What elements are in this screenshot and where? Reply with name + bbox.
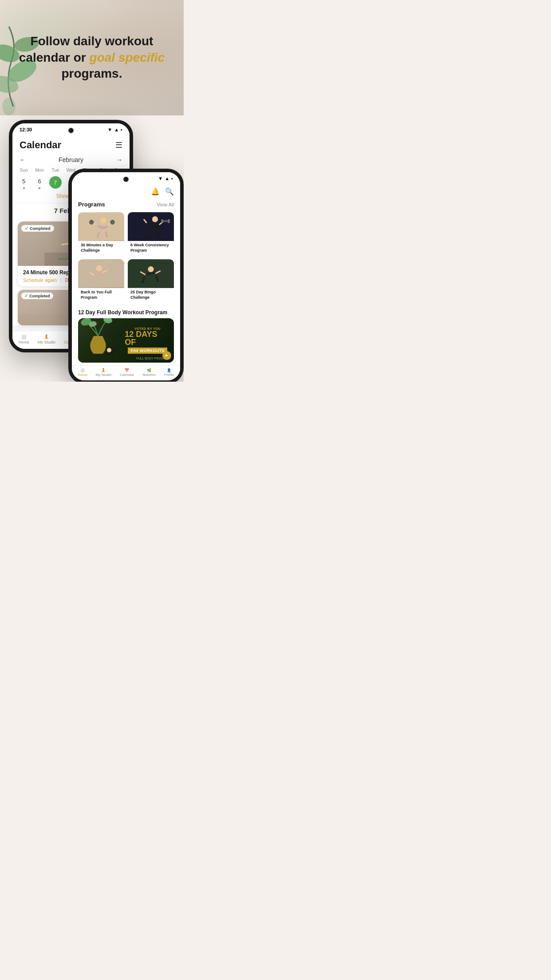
svg-rect-17	[112, 220, 114, 221]
nav-home-label: Home	[19, 340, 29, 344]
svg-point-19	[152, 216, 158, 222]
day-tue: Tue	[47, 167, 63, 174]
svg-rect-15	[91, 220, 92, 221]
signal-icon: ▼	[107, 127, 112, 132]
date-6[interactable]: 6	[31, 176, 47, 189]
hero-line2: calendar or	[19, 51, 90, 64]
phone1-camera	[68, 128, 74, 133]
program-label-6week: 6 Week Consistency Program	[128, 241, 174, 256]
check-icon-2: ✓	[24, 293, 28, 298]
program-figure-bingo	[128, 259, 174, 288]
nutrition-icon-2: 🌿	[147, 368, 151, 372]
current-month: February	[59, 156, 83, 163]
bell-icon[interactable]: 🔔	[151, 187, 160, 196]
nav-studio-label: My Studio	[38, 340, 55, 344]
svg-point-0	[2, 98, 16, 115]
hero-title: Follow daily workout calendar or goal sp…	[6, 24, 178, 91]
program-card-30min[interactable]: 30 Minutes a Day Challenge	[78, 212, 124, 256]
date-5[interactable]: 5	[16, 176, 31, 189]
signal-icon-2: ▼	[158, 176, 163, 181]
day-sun: Sun	[16, 167, 31, 174]
next-month-arrow[interactable]: →	[116, 156, 122, 163]
nav2-studio-label: My Studio	[96, 373, 112, 377]
phone-programs: · ▼ ▲ ▪ 🔔 🔍 Programs View All	[68, 169, 184, 382]
month-navigation: ← February →	[12, 154, 130, 165]
nav2-my-studio[interactable]: 🧘 My Studio	[96, 368, 112, 377]
programs-section-header: Programs View All	[72, 198, 180, 210]
phones-container: 12:30 ▼ ▲ ▪ Calendar ☰ ← February →	[0, 115, 184, 382]
nav-home[interactable]: ⬜ Home	[19, 335, 29, 344]
svg-rect-23	[78, 260, 124, 287]
home-icon-2: ⬜	[80, 368, 85, 372]
program-figure-backtoyou	[78, 259, 124, 288]
programs-top-bar: 🔔 🔍	[72, 183, 180, 198]
svg-point-26	[148, 266, 153, 272]
studio-icon-2: 🧘	[101, 368, 106, 372]
completed-text-1: Completed	[30, 226, 51, 231]
featured-card[interactable]: VOTED BY YOU 12 DAYS OF FAV WORKOUTS FUL…	[78, 318, 174, 363]
view-all-link[interactable]: View All	[157, 202, 174, 207]
prev-month-arrow[interactable]: ←	[20, 156, 26, 163]
calendar-header: Calendar ☰	[12, 134, 130, 154]
nav2-calendar-label: Calendar	[120, 373, 134, 377]
action-divider: |	[60, 277, 62, 283]
status-icons-2: ▼ ▲ ▪	[158, 176, 173, 181]
play-button[interactable]: ▶	[162, 351, 171, 360]
date-7-today[interactable]: 7	[47, 176, 63, 189]
program-card-backtoyou[interactable]: Back to You Full Program	[78, 259, 124, 303]
check-icon: ✓	[25, 226, 28, 231]
programs-app: 🔔 🔍 Programs View All	[72, 183, 180, 365]
hero-highlight: goal specific	[90, 51, 165, 64]
svg-rect-20	[162, 220, 169, 222]
wifi-icon-2: ▲	[165, 176, 169, 181]
calendar-icon-2: 📅	[125, 368, 129, 372]
program-thumb-30min	[78, 212, 124, 241]
menu-icon[interactable]: ☰	[115, 140, 122, 150]
svg-point-24	[96, 265, 102, 271]
svg-rect-22	[168, 219, 170, 223]
calendar-app-title: Calendar	[20, 139, 61, 151]
featured-title: 12 Day Full Body Workout Program	[78, 309, 174, 316]
day-mon: Mon	[31, 167, 47, 174]
programs-section-title: Programs	[78, 201, 105, 208]
program-card-6week[interactable]: 6 Week Consistency Program	[128, 212, 174, 256]
program-card-bingo[interactable]: 25 Day Bingo Challenge	[128, 259, 174, 303]
completed-badge-1: ✓ Completed	[21, 225, 54, 232]
nav-my-studio[interactable]: 🧘 My Studio	[38, 335, 55, 344]
program-thumb-bingo	[128, 259, 174, 288]
nav2-home[interactable]: ⬜ Home	[78, 368, 87, 377]
studio-icon: 🧘	[44, 335, 49, 339]
phone2-camera	[123, 177, 129, 182]
status-time: 12:30	[20, 127, 32, 132]
home-icon: ⬜	[21, 335, 26, 339]
days-number: 12 DAYS OF	[125, 330, 170, 346]
nav2-profile-label: Profile	[164, 373, 174, 377]
featured-plant-illustration	[78, 318, 122, 363]
featured-program-section: 12 Day Full Body Workout Program	[72, 307, 180, 365]
nav2-calendar[interactable]: 📅 Calendar	[120, 368, 134, 377]
program-label-bingo: 25 Day Bingo Challenge	[128, 288, 174, 303]
bottom-nav-phone2: ⬜ Home 🧘 My Studio 📅 Calendar 🌿 Nutritio…	[72, 365, 180, 380]
svg-rect-21	[161, 219, 163, 223]
program-thumb-6week	[128, 212, 174, 241]
programs-grid: 30 Minutes a Day Challenge	[72, 210, 180, 307]
nav2-nutrition-label: Nutrition	[142, 373, 156, 377]
hero-line3: programs.	[62, 67, 122, 80]
program-label-30min: 30 Minutes a Day Challenge	[78, 241, 124, 256]
wifi-icon: ▲	[114, 127, 119, 132]
search-icon[interactable]: 🔍	[165, 187, 174, 196]
featured-background: VOTED BY YOU 12 DAYS OF FAV WORKOUTS FUL…	[78, 318, 174, 363]
completed-badge-2: ✓ Completed	[21, 292, 53, 299]
nav2-profile[interactable]: 👤 Profile	[164, 368, 174, 377]
nav2-home-label: Home	[78, 373, 87, 377]
fav-workouts-text: FAV WORKOUTS	[128, 348, 167, 354]
program-thumb-backtoyou	[78, 259, 124, 288]
schedule-again-link[interactable]: Schedule again	[23, 277, 57, 283]
profile-icon-2: 👤	[167, 368, 171, 372]
nav2-nutrition[interactable]: 🌿 Nutrition	[142, 368, 156, 377]
completed-text-2: Completed	[29, 294, 50, 298]
svg-point-13	[100, 217, 106, 223]
svg-point-30	[107, 348, 111, 352]
battery-icon-2: ▪	[171, 176, 173, 181]
program-figure-6week	[128, 212, 174, 241]
